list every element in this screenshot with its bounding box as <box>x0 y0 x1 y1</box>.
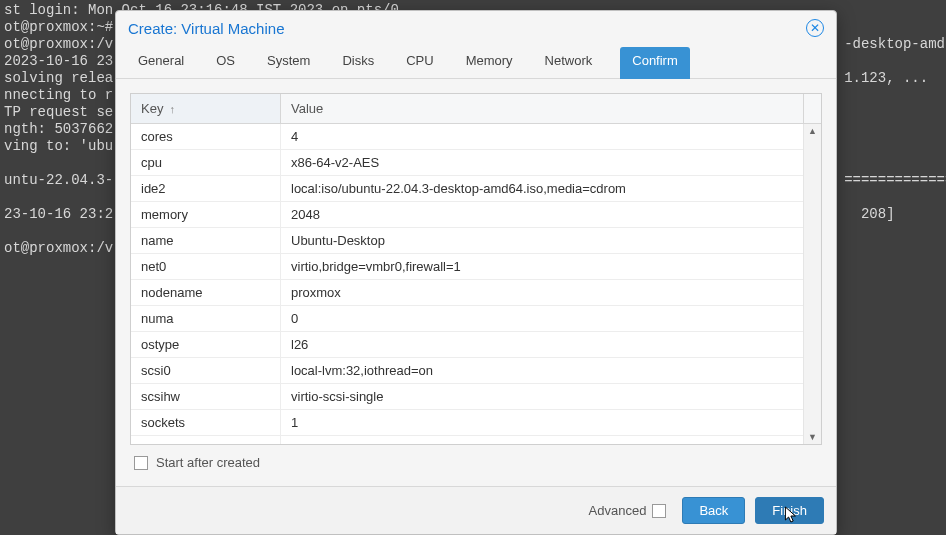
tab-disks[interactable]: Disks <box>338 47 378 78</box>
column-header-value[interactable]: Value <box>281 94 803 123</box>
advanced-checkbox[interactable] <box>652 504 666 518</box>
table-row[interactable]: numa0 <box>131 306 803 332</box>
tab-cpu[interactable]: CPU <box>402 47 437 78</box>
cell-key: scsihw <box>131 384 281 409</box>
cell-key: name <box>131 228 281 253</box>
tab-general[interactable]: General <box>134 47 188 78</box>
cell-value: proxmox <box>281 280 803 305</box>
cell-key: vmid <box>131 436 281 444</box>
wizard-tabs: GeneralOSSystemDisksCPUMemoryNetworkConf… <box>116 41 836 79</box>
cell-key: net0 <box>131 254 281 279</box>
cell-value: 100 <box>281 436 803 444</box>
scroll-up-button[interactable]: ▲ <box>804 124 821 138</box>
tab-memory[interactable]: Memory <box>462 47 517 78</box>
cell-key: memory <box>131 202 281 227</box>
column-header-key[interactable]: Key ↑ <box>131 94 281 123</box>
start-after-created-row: Start after created <box>130 445 822 470</box>
start-after-created-checkbox[interactable] <box>134 456 148 470</box>
table-row[interactable]: scsihwvirtio-scsi-single <box>131 384 803 410</box>
cell-key: numa <box>131 306 281 331</box>
summary-grid: Key ↑ Value cores4cpux86-64-v2-AESide2lo… <box>130 93 822 445</box>
cell-value: 0 <box>281 306 803 331</box>
start-after-created-label: Start after created <box>156 455 260 470</box>
close-icon: ✕ <box>810 22 820 34</box>
table-row[interactable]: ide2local:iso/ubuntu-22.04.3-desktop-amd… <box>131 176 803 202</box>
dialog-footer: Advanced Back Finish <box>116 486 836 534</box>
tab-network[interactable]: Network <box>541 47 597 78</box>
dialog-header: Create: Virtual Machine ✕ <box>116 11 836 41</box>
table-row[interactable]: net0virtio,bridge=vmbr0,firewall=1 <box>131 254 803 280</box>
dialog-title: Create: Virtual Machine <box>128 20 284 37</box>
cell-key: nodename <box>131 280 281 305</box>
advanced-label: Advanced <box>589 503 647 518</box>
cell-value: virtio-scsi-single <box>281 384 803 409</box>
cell-key: sockets <box>131 410 281 435</box>
cell-value: local-lvm:32,iothread=on <box>281 358 803 383</box>
tab-os[interactable]: OS <box>212 47 239 78</box>
cell-value: 4 <box>281 124 803 149</box>
cell-key: scsi0 <box>131 358 281 383</box>
cell-value: virtio,bridge=vmbr0,firewall=1 <box>281 254 803 279</box>
cell-value: l26 <box>281 332 803 357</box>
cell-value: 1 <box>281 410 803 435</box>
cell-value: Ubuntu-Desktop <box>281 228 803 253</box>
cell-value: local:iso/ubuntu-22.04.3-desktop-amd64.i… <box>281 176 803 201</box>
tab-system[interactable]: System <box>263 47 314 78</box>
table-row[interactable]: vmid100 <box>131 436 803 444</box>
tab-confirm[interactable]: Confirm <box>620 47 690 79</box>
vertical-scrollbar[interactable]: ▲ ▼ <box>803 124 821 444</box>
cell-value: 2048 <box>281 202 803 227</box>
table-row[interactable]: memory2048 <box>131 202 803 228</box>
scrollbar-header-spacer <box>803 94 821 123</box>
cell-key: ostype <box>131 332 281 357</box>
finish-button[interactable]: Finish <box>755 497 824 524</box>
dialog-body: Key ↑ Value cores4cpux86-64-v2-AESide2lo… <box>116 79 836 486</box>
cell-key: cpu <box>131 150 281 175</box>
grid-header-row: Key ↑ Value <box>131 94 821 124</box>
table-row[interactable]: nodenameproxmox <box>131 280 803 306</box>
back-button[interactable]: Back <box>682 497 745 524</box>
scroll-down-button[interactable]: ▼ <box>804 430 821 444</box>
table-row[interactable]: ostypel26 <box>131 332 803 358</box>
grid-body: cores4cpux86-64-v2-AESide2local:iso/ubun… <box>131 124 821 444</box>
sort-asc-icon: ↑ <box>169 103 175 115</box>
table-row[interactable]: cpux86-64-v2-AES <box>131 150 803 176</box>
advanced-toggle: Advanced <box>589 503 667 518</box>
table-row[interactable]: sockets1 <box>131 410 803 436</box>
table-row[interactable]: nameUbuntu-Desktop <box>131 228 803 254</box>
table-row[interactable]: scsi0local-lvm:32,iothread=on <box>131 358 803 384</box>
cell-key: cores <box>131 124 281 149</box>
create-vm-dialog: Create: Virtual Machine ✕ GeneralOSSyste… <box>115 10 837 535</box>
table-row[interactable]: cores4 <box>131 124 803 150</box>
close-button[interactable]: ✕ <box>806 19 824 37</box>
cell-key: ide2 <box>131 176 281 201</box>
cell-value: x86-64-v2-AES <box>281 150 803 175</box>
